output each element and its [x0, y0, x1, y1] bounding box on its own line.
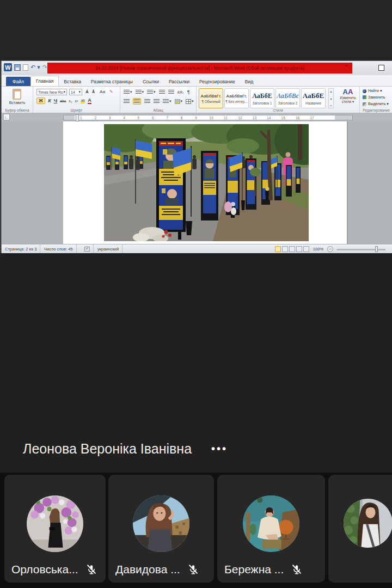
font-color-button[interactable]: А: [88, 97, 91, 104]
document-area[interactable]: [2, 121, 392, 244]
tab-home[interactable]: Главная: [30, 76, 59, 86]
change-styles-button[interactable]: АА Изменитьстили ▾: [337, 88, 359, 104]
tab-view[interactable]: Вид: [240, 77, 258, 86]
clear-formatting-button[interactable]: ✎: [109, 89, 113, 94]
italic-button[interactable]: К: [48, 98, 51, 103]
ruler-number: 13: [253, 116, 256, 120]
active-speaker-row: Леонова Вероніка Іванівна •••: [23, 441, 228, 457]
mic-off-icon: [187, 564, 199, 575]
tab-mailings[interactable]: Рассылки: [164, 77, 194, 86]
zoom-slider-track[interactable]: [336, 249, 385, 250]
font-group-label: Шрифт: [33, 108, 120, 112]
styles-gallery-scroll[interactable]: ▴▾═: [328, 88, 334, 108]
language-indicator[interactable]: украинский: [94, 244, 122, 253]
document-page[interactable]: [63, 121, 347, 244]
indent-marker[interactable]: [76, 114, 79, 121]
font-name-select[interactable]: Times New Ro▾: [36, 89, 67, 95]
borders-button[interactable]: ▾: [186, 99, 194, 104]
replace-button[interactable]: Заменить: [363, 95, 385, 99]
horizontal-ruler[interactable]: 1234567891011121314151617: [63, 115, 353, 120]
participant-tile[interactable]: [328, 475, 392, 583]
styles-group: АаБбВвГг, ¶ Обычный АаБбВвГг, ¶ Без инте…: [197, 87, 360, 113]
tab-selector[interactable]: ∟: [3, 114, 10, 120]
draft-view-button[interactable]: [303, 246, 309, 252]
tab-file[interactable]: Файл: [6, 77, 30, 86]
zoom-level[interactable]: 100%: [313, 247, 323, 252]
style-no-spacing[interactable]: АаБбВвГг, ¶ Без интер...: [224, 88, 249, 108]
line-spacing-button[interactable]: ▾: [163, 99, 171, 103]
word-count[interactable]: Число слов: 45: [41, 244, 77, 253]
decrease-indent-button[interactable]: [159, 90, 165, 94]
style-heading2[interactable]: АаБбВє Заголовок 2: [275, 88, 300, 108]
show-marks-button[interactable]: ¶: [187, 89, 190, 95]
participant-avatar: [243, 495, 299, 552]
increase-indent-button[interactable]: [168, 90, 174, 94]
ruler-number: 4: [123, 116, 125, 120]
bold-button[interactable]: Ж: [36, 97, 45, 104]
paragraph-group-label: Абзац: [120, 108, 196, 112]
participant-tile[interactable]: Давидова ...: [108, 475, 214, 583]
page-indicator[interactable]: Страница: 2 из 3: [2, 244, 40, 253]
select-button[interactable]: Выделить ▾: [363, 102, 389, 106]
mic-off-icon: [85, 564, 97, 575]
tab-insert[interactable]: Вставка: [59, 77, 86, 86]
paragraph-group: ▾ ▾ ▾ АЯ↓ ¶ ▾ ▾ ▾ Абзац: [120, 87, 197, 113]
numbering-button[interactable]: ▾: [136, 90, 144, 94]
subscript-button[interactable]: х₂: [69, 99, 72, 103]
bullets-button[interactable]: ▾: [124, 90, 132, 94]
ruler-number: 12: [238, 116, 242, 120]
justify-button[interactable]: [154, 99, 160, 103]
shrink-font-button[interactable]: А̌: [92, 90, 95, 94]
align-right-button[interactable]: [144, 99, 150, 103]
text-highlight-button[interactable]: ab: [81, 99, 85, 103]
tab-page-layout[interactable]: Разметка страницы: [86, 77, 138, 86]
strikethrough-button[interactable]: abc: [60, 99, 66, 103]
grow-font-button[interactable]: А́: [85, 89, 89, 94]
clipboard-group: Вставить Буфер обмена: [2, 87, 33, 113]
chevron-down-icon: ▾: [63, 90, 65, 94]
ruler-number: 5: [138, 116, 140, 120]
save-icon[interactable]: [14, 64, 21, 71]
underline-button[interactable]: Ч: [54, 98, 57, 103]
chevron-down-icon: ▾: [78, 90, 81, 94]
style-title[interactable]: АаБбЕ Название: [301, 88, 326, 108]
document-photo[interactable]: [104, 124, 309, 241]
more-options-button[interactable]: •••: [211, 443, 228, 455]
new-document-icon[interactable]: [23, 64, 28, 71]
zoom-slider-thumb[interactable]: [375, 246, 378, 252]
align-left-button[interactable]: [124, 99, 130, 103]
redo-icon[interactable]: ↷: [42, 64, 47, 70]
paste-button[interactable]: Вставить: [2, 101, 33, 105]
maximize-button[interactable]: [378, 65, 384, 71]
editing-group-label: Редактирование: [360, 108, 392, 112]
fullscreen-view-button[interactable]: [282, 246, 288, 252]
participant-tile[interactable]: Бережна ...: [217, 475, 325, 583]
sort-button[interactable]: АЯ↓: [177, 90, 184, 94]
change-case-button[interactable]: Аа: [100, 89, 105, 94]
word-logo-icon[interactable]: W: [4, 63, 12, 71]
font-group: Times New Ro▾ 14▾ А́ А̌ Аа ✎ Ж К Ч abc х…: [33, 87, 120, 113]
style-heading1[interactable]: АаБбЕ Заголовок 1: [250, 88, 274, 108]
outline-view-button[interactable]: [296, 246, 302, 252]
font-size-select[interactable]: 14▾: [69, 89, 82, 95]
style-normal[interactable]: АаБбВвГг, ¶ Обычный: [199, 88, 223, 108]
spellcheck-indicator[interactable]: ✓: [81, 244, 94, 253]
tab-review[interactable]: Рецензирование: [194, 77, 240, 86]
ruler-number: 2: [94, 116, 96, 120]
tab-references[interactable]: Ссылки: [138, 77, 164, 86]
undo-icon[interactable]: ↶ ▾: [30, 64, 40, 70]
zoom-out-button[interactable]: –: [327, 246, 333, 252]
ruler-number: 3: [109, 116, 111, 120]
multilevel-list-button[interactable]: ▾: [147, 90, 156, 94]
shading-button[interactable]: ▾: [175, 99, 183, 104]
print-layout-view-button[interactable]: [275, 246, 281, 252]
ruler-number: 10: [210, 116, 213, 120]
web-view-button[interactable]: [289, 246, 295, 252]
participant-tile[interactable]: Орловська...: [4, 475, 106, 583]
paste-icon[interactable]: [13, 89, 21, 100]
minimize-button[interactable]: –: [345, 63, 348, 68]
ruler-number: 1: [80, 116, 82, 120]
superscript-button[interactable]: х²: [75, 99, 78, 103]
align-center-button[interactable]: [133, 98, 141, 105]
find-button[interactable]: Найти ▾: [363, 89, 382, 93]
